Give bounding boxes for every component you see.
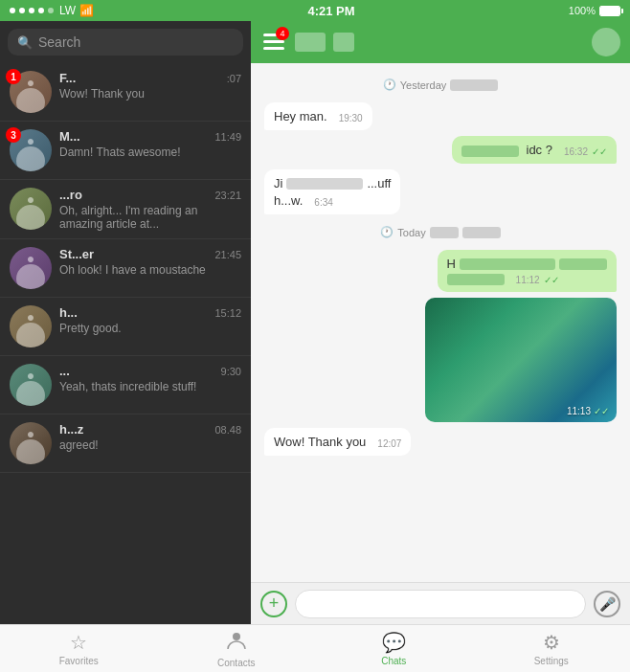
message-line2: h...w. 6:34 [274, 193, 391, 208]
unread-badge: 3 [6, 127, 21, 143]
search-bar[interactable]: 🔍 Search [8, 29, 243, 56]
chat-time: 21:45 [214, 249, 241, 260]
chat-list: 1 F... :07 Wow! Thank you 3 [0, 63, 251, 624]
message-time: 19:30 [339, 113, 363, 123]
avatar [10, 422, 52, 464]
search-icon: 🔍 [17, 35, 33, 50]
chat-preview: Oh look! I have a moustache [59, 263, 232, 277]
message-text: H [447, 257, 456, 271]
chat-info: M... 11:49 Damn! Thats awesome! [59, 129, 241, 159]
list-item[interactable]: St...er 21:45 Oh look! I have a moustach… [0, 239, 251, 298]
chat-name-row: F... :07 [59, 71, 241, 85]
chat-time: 9:30 [221, 366, 241, 377]
chat-preview: Damn! Thats awesome! [59, 146, 232, 159]
read-receipt: ✓✓ [544, 275, 559, 285]
blurred-content [286, 178, 363, 190]
avatar-wrap [10, 305, 52, 347]
user-avatar[interactable] [592, 28, 620, 56]
date-label: Yesterday [400, 79, 447, 91]
avatar-wrap [10, 422, 52, 464]
list-item[interactable]: ... 9:30 Yeah, thats incredible stuff! [0, 356, 251, 414]
message-input[interactable] [295, 590, 586, 618]
list-item[interactable]: h... 15:12 Pretty good. [0, 298, 251, 356]
tab-settings[interactable]: ⚙ Settings [473, 625, 631, 672]
chat-name: h...z [59, 422, 83, 437]
clock-icon: 🕐 [383, 78, 396, 91]
contact-avatar-placeholder-1 [295, 33, 326, 52]
svg-rect-2 [263, 47, 284, 50]
avatar [10, 247, 52, 289]
chat-info: F... :07 Wow! Thank you [59, 71, 241, 101]
message-time: 16:32 [564, 146, 588, 157]
chat-name-row: h... 15:12 [59, 305, 241, 320]
list-item[interactable]: h...z 08.48 agreed! [0, 414, 251, 473]
image-content [425, 298, 617, 422]
tab-contacts[interactable]: Contacts [158, 625, 316, 672]
compose-icon-button[interactable]: 4 [260, 29, 287, 56]
message-line2: 11:12 ✓✓ [447, 274, 607, 285]
chat-info: St...er 21:45 Oh look! I have a moustach… [59, 247, 241, 277]
blurred-content [461, 146, 519, 157]
avatar-wrap: 3 [10, 129, 52, 171]
chat-name-row: M... 11:49 [59, 129, 241, 144]
chats-icon: 💬 [382, 632, 406, 653]
chat-name-row: St...er 21:45 [59, 247, 241, 261]
message-bubble-in: Wow! Thank you 12:07 [264, 428, 411, 456]
signal-dot-2 [19, 8, 25, 13]
chat-preview: Pretty good. [59, 322, 232, 335]
chat-name-row: h...z 08.48 [59, 422, 241, 437]
message-line1: Ji ...uff [274, 176, 391, 190]
add-attachment-button[interactable]: + [260, 591, 287, 617]
message-text-2: ...uff [367, 176, 391, 190]
status-right: 100% [569, 5, 620, 16]
tab-chats[interactable]: 💬 Chats [315, 625, 473, 672]
left-panel: 🔍 Search 1 F... :07 Wow! Thank you [0, 21, 251, 624]
avatar [10, 188, 52, 230]
tab-favorites[interactable]: ☆ Favorites [0, 625, 158, 672]
image-time-overlay: 11:13 ✓✓ [567, 406, 609, 416]
chat-name: M... [59, 129, 80, 144]
message-time: 11:12 [516, 275, 540, 285]
chats-icon-wrap: 💬 [382, 631, 406, 654]
avatar-wrap [10, 364, 52, 406]
chat-info: h...z 08.48 agreed! [59, 422, 241, 452]
chat-info: h... 15:12 Pretty good. [59, 305, 241, 335]
contacts-icon [226, 630, 247, 656]
read-receipt: ✓✓ [592, 146, 607, 157]
blurred-content [430, 227, 459, 238]
battery-percent: 100% [569, 5, 596, 16]
unread-badge: 1 [6, 69, 21, 84]
message-text-time: idc ? 16:32 ✓✓ [461, 143, 608, 157]
blurred-content [559, 258, 607, 270]
chat-name-row: ...ro 23:21 [59, 188, 241, 202]
chat-time: 23:21 [214, 190, 241, 201]
status-bar: LW 📶 4:21 PM 100% [0, 0, 630, 21]
message-text: Ji [274, 176, 282, 190]
wifi-icon: 📶 [79, 4, 94, 17]
message-time: 12:07 [377, 438, 401, 449]
image-time: 11:13 [567, 406, 591, 416]
wa-header: 4 [251, 21, 630, 63]
chat-time: 15:12 [214, 307, 241, 319]
message-text: Hey man. [274, 109, 327, 123]
blurred-content [447, 274, 505, 285]
list-item[interactable]: 1 F... :07 Wow! Thank you [0, 63, 251, 122]
chat-preview: Yeah, thats incredible stuff! [59, 380, 232, 393]
chat-info: ... 9:30 Yeah, thats incredible stuff! [59, 364, 241, 393]
list-item[interactable]: 3 M... 11:49 Damn! Thats awesome! [0, 122, 251, 180]
chat-time: :07 [227, 73, 241, 84]
settings-icon: ⚙ [543, 631, 560, 654]
image-message: 11:13 ✓✓ [425, 298, 617, 422]
right-panel: 4 🕐 Yesterday Hey man. 19:30 [251, 21, 630, 624]
messages-area: 🕐 Yesterday Hey man. 19:30 idc ? 16:32 ✓… [251, 63, 630, 582]
mic-button[interactable]: 🎤 [594, 591, 620, 617]
svg-rect-1 [263, 40, 284, 43]
date-separator: 🕐 Yesterday [264, 78, 617, 91]
date-separator: 🕐 Today [264, 226, 617, 238]
list-item[interactable]: ...ro 23:21 Oh, alright... I'm reading a… [0, 180, 251, 239]
svg-point-3 [233, 633, 240, 640]
blurred-content [450, 79, 498, 91]
battery-icon [599, 6, 620, 16]
clock-icon: 🕐 [380, 226, 394, 238]
tab-contacts-label: Contacts [217, 658, 255, 668]
